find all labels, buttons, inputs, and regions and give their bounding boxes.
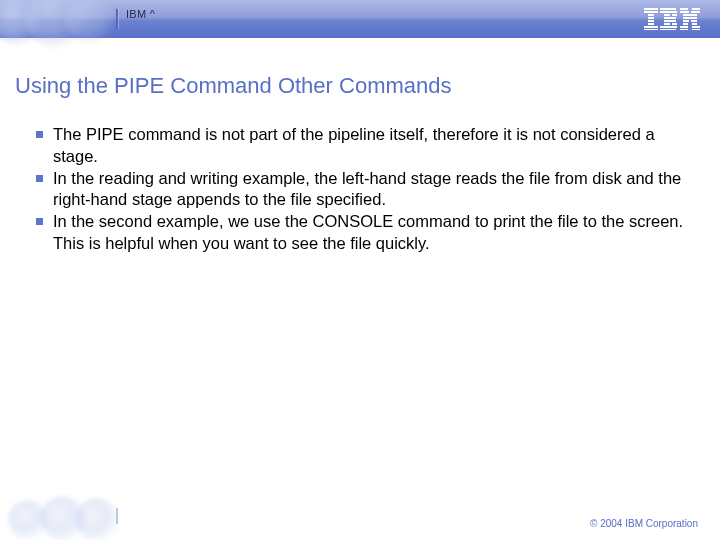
svg-rect-27 [683,23,688,25]
svg-rect-31 [680,29,688,30]
svg-rect-29 [680,26,688,28]
slide-title: Using the PIPE Command Other Commands [0,73,720,124]
header-decoration [0,0,115,38]
bullet-text: In the reading and writing example, the … [53,168,688,212]
svg-rect-3 [648,17,654,19]
svg-rect-7 [644,29,658,30]
svg-rect-15 [672,23,677,25]
svg-rect-22 [683,14,690,16]
svg-rect-21 [691,11,700,13]
svg-rect-28 [692,23,697,25]
svg-rect-2 [648,14,654,16]
footer-divider [116,508,118,524]
svg-rect-17 [660,29,676,30]
header-bar: IBM ^ [0,0,720,38]
copyright-text: © 2004 IBM Corporation [590,518,698,529]
svg-rect-26 [691,20,697,22]
svg-rect-12 [664,17,676,19]
bullet-icon [36,175,43,182]
footer-decoration [0,498,115,540]
ibm-logo-icon [644,8,700,30]
svg-rect-6 [644,26,658,28]
bullet-text: The PIPE command is not part of the pipe… [53,124,688,168]
list-item: In the second example, we use the CONSOL… [36,211,688,255]
svg-rect-16 [660,26,677,28]
bullet-list: The PIPE command is not part of the pipe… [0,124,720,255]
list-item: In the reading and writing example, the … [36,168,688,212]
slide-content: Using the PIPE Command Other Commands Th… [0,38,720,255]
svg-rect-8 [660,8,676,10]
bullet-icon [36,131,43,138]
svg-rect-9 [660,11,677,13]
svg-rect-0 [644,8,658,10]
svg-rect-5 [648,23,654,25]
bullet-icon [36,218,43,225]
svg-rect-30 [692,26,700,28]
svg-rect-1 [644,11,658,13]
svg-rect-19 [692,8,700,10]
list-item: The PIPE command is not part of the pipe… [36,124,688,168]
header-brand-label: IBM ^ [126,8,155,20]
svg-rect-11 [672,14,677,16]
header-divider [116,9,118,29]
svg-rect-13 [664,20,676,22]
svg-rect-14 [664,23,670,25]
bullet-text: In the second example, we use the CONSOL… [53,211,688,255]
footer-bar: © 2004 IBM Corporation [0,498,720,540]
svg-rect-18 [680,8,688,10]
svg-rect-32 [692,29,700,30]
svg-rect-23 [690,14,697,16]
svg-rect-25 [683,20,689,22]
svg-rect-24 [683,17,697,19]
svg-rect-10 [664,14,670,16]
svg-rect-4 [648,20,654,22]
svg-rect-20 [680,11,689,13]
